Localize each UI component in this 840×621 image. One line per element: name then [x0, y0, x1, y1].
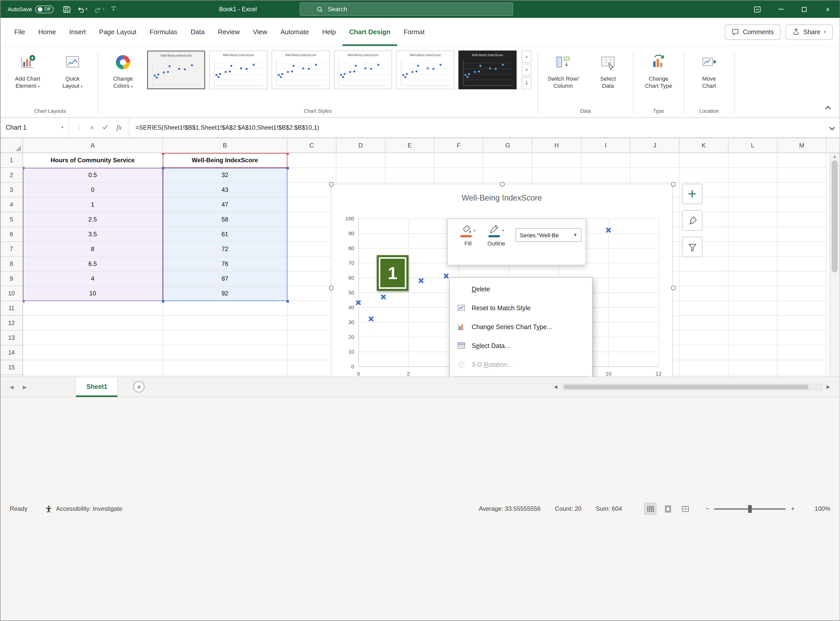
- row-header-9[interactable]: 9: [0, 271, 23, 286]
- menu-item-change-series-chart-type[interactable]: Change Series Chart Type...: [450, 317, 592, 336]
- cell-K9[interactable]: [679, 271, 728, 286]
- column-header-h[interactable]: H: [532, 138, 581, 153]
- cell-H2[interactable]: [532, 168, 581, 183]
- column-header-a[interactable]: A: [23, 138, 163, 153]
- tab-help[interactable]: Help: [315, 18, 343, 46]
- cell-E1[interactable]: [385, 153, 434, 168]
- chart-style-thumbnail-4[interactable]: Well-Being IndexScore: [334, 50, 392, 89]
- menu-item-delete[interactable]: Delete: [450, 280, 592, 298]
- cell-D2[interactable]: [337, 168, 385, 183]
- tab-page-layout[interactable]: Page Layout: [92, 18, 143, 46]
- cell-A3[interactable]: 0: [23, 183, 163, 197]
- column-header-m[interactable]: M: [778, 138, 826, 153]
- tab-insert[interactable]: Insert: [62, 18, 92, 46]
- chart-selection-handle[interactable]: [329, 285, 334, 290]
- cell-M9[interactable]: [778, 271, 826, 286]
- cell-J1[interactable]: [631, 153, 679, 168]
- cell-M4[interactable]: [778, 197, 826, 212]
- chart-style-thumbnail-3[interactable]: Well-Being IndexScore: [271, 50, 330, 89]
- cell-C6[interactable]: [287, 227, 337, 242]
- column-header-f[interactable]: F: [434, 138, 484, 153]
- name-box[interactable]: Chart 1 ▾: [0, 118, 69, 137]
- cell-L9[interactable]: [728, 271, 778, 286]
- cell-F1[interactable]: [434, 153, 484, 168]
- row-header-11[interactable]: 11: [0, 301, 23, 316]
- chart-style-thumbnail-5[interactable]: Well-Being IndexScore: [396, 50, 454, 89]
- cell-A6[interactable]: 3.5: [23, 227, 163, 242]
- change-chart-type-button[interactable]: ChangeChart Type: [637, 48, 681, 89]
- cell-B9[interactable]: 87: [163, 271, 287, 286]
- cell-A14[interactable]: [23, 345, 163, 360]
- search-box[interactable]: Search: [300, 3, 513, 16]
- cell-L15[interactable]: [728, 360, 778, 375]
- row-header-3[interactable]: 3: [0, 183, 23, 197]
- gallery-scroll-down-icon[interactable]: ▾: [522, 64, 531, 76]
- cell-K13[interactable]: [679, 331, 728, 345]
- cell-E2[interactable]: [385, 168, 434, 183]
- cell-M8[interactable]: [778, 257, 826, 271]
- expand-formula-bar-button[interactable]: [824, 118, 840, 137]
- row-header-1[interactable]: 1: [0, 153, 23, 168]
- hscroll-left-icon[interactable]: ◀: [550, 384, 562, 389]
- chart-style-thumbnail-1[interactable]: Well-Being IndexScore: [147, 50, 205, 89]
- cell-K8[interactable]: [679, 257, 728, 271]
- tab-formulas[interactable]: Formulas: [143, 18, 184, 46]
- cell-B2[interactable]: 32: [163, 168, 287, 183]
- row-header-2[interactable]: 2: [0, 168, 23, 183]
- cell-K15[interactable]: [679, 360, 728, 375]
- cell-B14[interactable]: [163, 345, 287, 360]
- chart-elements-button[interactable]: [682, 184, 702, 204]
- cell-L8[interactable]: [728, 257, 778, 271]
- cell-B7[interactable]: 72: [163, 242, 287, 257]
- status-average[interactable]: Average: 33.55555556: [479, 506, 541, 513]
- cell-M6[interactable]: [778, 227, 826, 242]
- row-header-7[interactable]: 7: [0, 242, 23, 257]
- cell-C12[interactable]: [287, 316, 337, 331]
- cell-L7[interactable]: [728, 242, 778, 257]
- cell-A13[interactable]: [23, 331, 163, 345]
- cell-K14[interactable]: [679, 345, 728, 360]
- chart-selection-handle[interactable]: [329, 182, 334, 186]
- data-point[interactable]: [418, 277, 424, 284]
- add-chart-element-button[interactable]: Add ChartElement ▾: [6, 48, 50, 89]
- cell-I1[interactable]: [581, 153, 631, 168]
- cell-C7[interactable]: [287, 242, 337, 257]
- chart-selection-handle[interactable]: [500, 182, 505, 186]
- select-data-button[interactable]: SelectData: [586, 48, 630, 89]
- cell-L3[interactable]: [728, 183, 778, 197]
- gallery-more-icon[interactable]: ▾: [522, 77, 531, 89]
- column-header-j[interactable]: J: [631, 138, 679, 153]
- data-point[interactable]: [380, 294, 387, 300]
- sheet-tab-sheet1[interactable]: Sheet1: [76, 377, 118, 397]
- cell-A15[interactable]: [23, 360, 163, 375]
- cell-K1[interactable]: [679, 153, 728, 168]
- customize-qat-button[interactable]: ▾: [111, 7, 116, 12]
- vertical-scrollbar[interactable]: ▲: [829, 153, 840, 376]
- cell-L11[interactable]: [728, 301, 778, 316]
- cell-K2[interactable]: [679, 168, 728, 183]
- switch-row-column-button[interactable]: Switch Row/Column: [541, 48, 585, 89]
- cell-C14[interactable]: [287, 345, 337, 360]
- chart-selection-handle[interactable]: [671, 285, 676, 290]
- cell-B5[interactable]: 58: [163, 212, 287, 227]
- zoom-in-button[interactable]: +: [791, 506, 795, 513]
- cell-M7[interactable]: [778, 242, 826, 257]
- row-header-10[interactable]: 10: [0, 286, 23, 301]
- horizontal-scroll-thumb[interactable]: [563, 385, 808, 389]
- cell-B15[interactable]: [163, 360, 287, 375]
- vertical-scroll-thumb[interactable]: [832, 160, 838, 273]
- scroll-up-icon[interactable]: ▲: [833, 154, 836, 158]
- column-header-d[interactable]: D: [337, 138, 385, 153]
- cell-I2[interactable]: [581, 168, 631, 183]
- cell-M10[interactable]: [778, 286, 826, 301]
- gallery-scroll-up-icon[interactable]: ▴: [522, 50, 531, 63]
- cell-M12[interactable]: [778, 316, 826, 331]
- cell-L1[interactable]: [728, 153, 778, 168]
- tab-home[interactable]: Home: [32, 18, 62, 46]
- cell-M11[interactable]: [778, 301, 826, 316]
- cell-B1[interactable]: Well-Being IndexScore: [163, 153, 287, 168]
- cell-M16[interactable]: [778, 375, 826, 376]
- status-count[interactable]: Count: 20: [555, 506, 581, 513]
- sheet-nav-right-icon[interactable]: ▶: [23, 384, 27, 389]
- row-header-15[interactable]: 15: [0, 360, 23, 375]
